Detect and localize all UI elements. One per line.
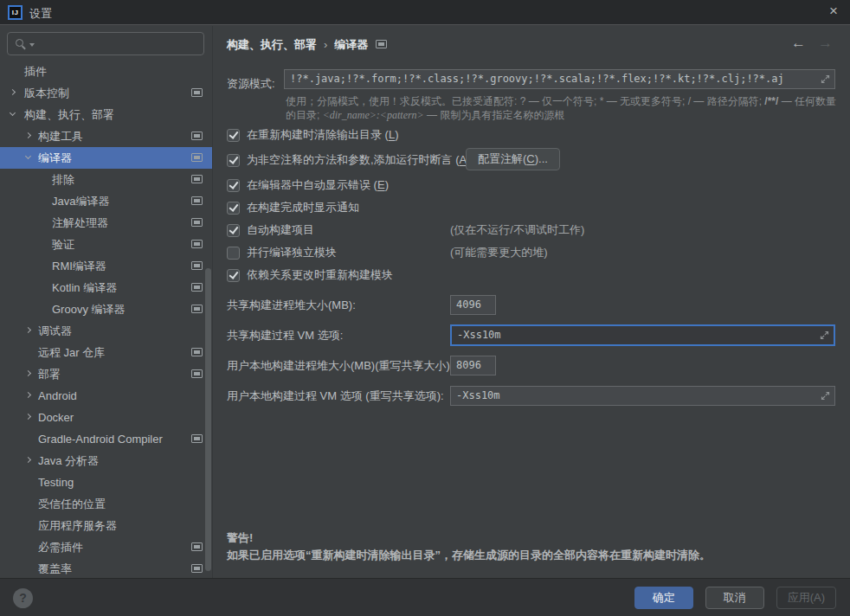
checkbox-row: 在重新构建时清除输出目录 (L) bbox=[227, 124, 835, 146]
project-setting-icon bbox=[191, 564, 203, 573]
sidebar-item-覆盖率[interactable]: 覆盖率 bbox=[0, 558, 212, 580]
sidebar-item-Groovy 编译器[interactable]: Groovy 编译器 bbox=[0, 298, 212, 320]
resource-patterns-label: 资源模式: bbox=[227, 74, 275, 93]
expand-icon[interactable] bbox=[819, 330, 830, 341]
checkbox-comment: (可能需要更大的堆) bbox=[450, 245, 548, 260]
help-button[interactable]: ? bbox=[13, 588, 33, 608]
field-row: 用户本地构建进程堆大小(MB)(重写共享大小):8096 bbox=[227, 356, 835, 386]
settings-search-box[interactable] bbox=[7, 32, 204, 55]
sidebar-item-label: 构建、执行、部署 bbox=[0, 108, 114, 121]
sidebar-item-构建工具[interactable]: 构建工具 bbox=[0, 125, 212, 147]
checkbox-row: 在构建完成时显示通知 bbox=[227, 196, 835, 219]
checkbox-label[interactable]: 依赖关系更改时重新构建模块 bbox=[247, 267, 393, 283]
sidebar-item-label: 调试器 bbox=[0, 324, 72, 337]
configure-annotations-button[interactable]: 配置注解(C)... bbox=[466, 148, 560, 170]
cancel-button[interactable]: 取消 bbox=[705, 587, 764, 609]
sidebar-item-受信任的位置[interactable]: 受信任的位置 bbox=[0, 493, 212, 515]
checkbox-label[interactable]: 并行编译独立模块 bbox=[247, 245, 337, 260]
help-text-segment: <dir_name>:<pattern> bbox=[323, 109, 424, 121]
breadcrumb-compiler: 编译器 bbox=[334, 38, 368, 51]
expand-icon[interactable] bbox=[820, 390, 831, 401]
sidebar-item-Docker[interactable]: Docker bbox=[0, 407, 212, 428]
sidebar-item-验证[interactable]: 验证 bbox=[0, 234, 212, 255]
field-label: 用户本地构建过程 VM 选项 (重写共享选项): bbox=[227, 386, 444, 406]
sidebar-item-构建、执行、部署[interactable]: 构建、执行、部署 bbox=[0, 104, 212, 125]
compiler-options-checkboxes: 在重新构建时清除输出目录 (L)为非空注释的方法和参数,添加运行时断言 (A)配… bbox=[227, 124, 835, 286]
sidebar-item-版本控制[interactable]: 版本控制 bbox=[0, 82, 212, 104]
checkbox-label[interactable]: 在编辑器中自动显示错误 (E) bbox=[247, 177, 389, 193]
project-setting-icon bbox=[191, 240, 203, 248]
sidebar-item-RMI编译器[interactable]: RMI编译器 bbox=[0, 255, 212, 277]
field-input[interactable]: -Xss10m bbox=[450, 324, 835, 346]
sidebar-item-调试器[interactable]: 调试器 bbox=[0, 320, 212, 342]
search-input[interactable] bbox=[37, 35, 197, 53]
sidebar-item-label: 注解处理器 bbox=[0, 216, 108, 229]
field-input[interactable]: -Xss10m bbox=[450, 386, 835, 406]
checkbox-label[interactable]: 为非空注释的方法和参数,添加运行时断言 (A) bbox=[247, 152, 471, 168]
checkbox-comment: (仅在不运行/不调试时工作) bbox=[450, 222, 584, 238]
field-label: 共享构建过程 VM 选项: bbox=[227, 325, 343, 345]
sidebar-scrollbar[interactable] bbox=[205, 268, 211, 571]
project-setting-icon bbox=[191, 218, 203, 227]
sidebar-item-排除[interactable]: 排除 bbox=[0, 169, 212, 190]
warning-block: 警告! 如果已启用选项“重新构建时清除输出目录”，存储生成源的目录的全部内容将在… bbox=[227, 529, 711, 564]
back-arrow-icon[interactable]: ← bbox=[791, 35, 806, 51]
dialog-buttons: 确定 取消 应用(A) bbox=[634, 587, 836, 609]
field-label: 共享构建进程堆大小(MB): bbox=[227, 295, 356, 315]
sidebar-item-Android[interactable]: Android bbox=[0, 385, 212, 407]
resource-patterns-field[interactable]: !?*.java;!?*.form;!?*.class;!?*.groovy;!… bbox=[284, 69, 835, 89]
warning-text: 如果已启用选项“重新构建时清除输出目录”，存储生成源的目录的全部内容将在重新构建… bbox=[227, 547, 711, 564]
checkbox-unchecked-icon[interactable] bbox=[227, 247, 240, 260]
checkbox-checked-icon[interactable] bbox=[227, 129, 240, 142]
checkbox-label[interactable]: 在重新构建时清除输出目录 (L) bbox=[247, 127, 399, 143]
sidebar-item-label: 编译器 bbox=[0, 151, 72, 164]
checkbox-checked-icon[interactable] bbox=[227, 224, 240, 237]
sidebar-item-label: 插件 bbox=[0, 65, 47, 78]
checkbox-checked-icon[interactable] bbox=[227, 269, 240, 282]
checkbox-label[interactable]: 在构建完成时显示通知 bbox=[247, 200, 359, 215]
forward-arrow-icon: → bbox=[818, 35, 833, 51]
sidebar-item-必需插件[interactable]: 必需插件 bbox=[0, 536, 212, 558]
sidebar-item-Java 分析器[interactable]: Java 分析器 bbox=[0, 450, 212, 472]
project-setting-icon bbox=[191, 305, 203, 313]
checkbox-row: 为非空注释的方法和参数,添加运行时断言 (A)配置注解(C)... bbox=[227, 146, 835, 174]
ok-button[interactable]: 确定 bbox=[634, 587, 693, 609]
sidebar-item-Java编译器[interactable]: Java编译器 bbox=[0, 190, 212, 212]
sidebar-item-label: 覆盖率 bbox=[0, 562, 72, 575]
field-label: 用户本地构建进程堆大小(MB)(重写共享大小): bbox=[227, 356, 453, 375]
compiler-option-fields: 共享构建进程堆大小(MB):4096共享构建过程 VM 选项:-Xss10m用户… bbox=[227, 295, 835, 416]
sidebar-item-label: Groovy 编译器 bbox=[0, 303, 126, 316]
checkbox-label[interactable]: 自动构建项目 bbox=[247, 222, 314, 238]
sidebar-item-插件[interactable]: 插件 bbox=[0, 61, 212, 82]
checkbox-checked-icon[interactable] bbox=[227, 154, 240, 167]
sidebar-item-label: RMI编译器 bbox=[0, 260, 106, 273]
sidebar-item-label: Java编译器 bbox=[0, 195, 109, 208]
expand-icon[interactable] bbox=[820, 74, 831, 85]
sidebar-item-远程 Jar 仓库[interactable]: 远程 Jar 仓库 bbox=[0, 342, 212, 363]
project-setting-icon bbox=[191, 196, 203, 205]
breadcrumb-build-execution-deployment[interactable]: 构建、执行、部署 bbox=[227, 38, 317, 51]
sidebar-item-Kotlin 编译器[interactable]: Kotlin 编译器 bbox=[0, 277, 212, 298]
field-input[interactable]: 4096 bbox=[450, 295, 496, 315]
resource-patterns-value[interactable]: !?*.java;!?*.form;!?*.class;!?*.groovy;!… bbox=[285, 70, 834, 88]
sidebar-item-编译器[interactable]: 编译器 bbox=[0, 147, 212, 169]
project-setting-icon bbox=[191, 348, 203, 356]
close-icon[interactable]: × bbox=[829, 3, 838, 20]
sidebar-item-label: Java 分析器 bbox=[0, 454, 99, 467]
search-options-caret-icon[interactable] bbox=[29, 43, 35, 47]
project-setting-icon bbox=[191, 153, 203, 162]
sidebar-item-Testing[interactable]: Testing bbox=[0, 472, 212, 493]
window-title: 设置 bbox=[29, 6, 52, 22]
search-icon bbox=[16, 39, 23, 47]
sidebar-item-label: 构建工具 bbox=[0, 130, 83, 143]
sidebar-item-部署[interactable]: 部署 bbox=[0, 363, 212, 385]
field-input[interactable]: 8096 bbox=[450, 356, 496, 375]
sidebar-item-注解处理器[interactable]: 注解处理器 bbox=[0, 212, 212, 234]
sidebar-item-label: 应用程序服务器 bbox=[0, 519, 117, 532]
checkbox-checked-icon[interactable] bbox=[227, 202, 240, 215]
checkbox-checked-icon[interactable] bbox=[227, 179, 240, 192]
sidebar-item-Gradle-Android Compiler[interactable]: Gradle-Android Compiler bbox=[0, 428, 212, 450]
sidebar-item-应用程序服务器[interactable]: 应用程序服务器 bbox=[0, 515, 212, 536]
help-text-segment: /**/ bbox=[764, 95, 778, 107]
project-setting-icon bbox=[191, 369, 203, 378]
